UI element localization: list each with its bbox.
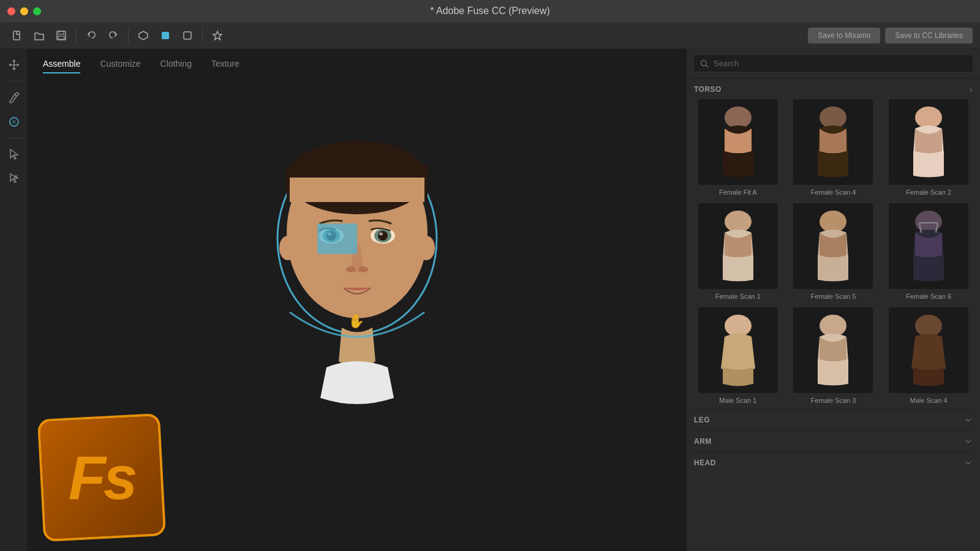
leg-chevron-icon (964, 416, 973, 424)
tab-clothing[interactable]: Clothing (160, 54, 192, 73)
svg-rect-5 (162, 32, 169, 39)
fuse-logo: Fs (40, 416, 163, 539)
tab-customize[interactable]: Customize (100, 54, 140, 73)
svg-point-29 (701, 60, 707, 66)
svg-marker-4 (139, 31, 148, 40)
item-thumb-female-scan-2 (889, 99, 968, 185)
item-female-scan-2[interactable]: Female Scan 2 (884, 99, 973, 196)
svg-marker-7 (213, 31, 222, 40)
sidebar-separator-2 (6, 138, 23, 138)
head-section-header[interactable]: HEAD (694, 452, 973, 473)
head-label: HEAD (694, 459, 716, 467)
svg-point-25 (279, 236, 296, 260)
svg-point-37 (820, 315, 846, 337)
search-input[interactable] (714, 59, 967, 68)
torso-scroll-indicator: › (970, 84, 973, 94)
sidebar-icon-add[interactable] (3, 168, 25, 190)
leg-section-header[interactable]: LEG (694, 410, 973, 430)
svg-rect-6 (184, 32, 191, 39)
svg-point-26 (418, 236, 435, 260)
item-label-female-scan-2: Female Scan 2 (906, 189, 951, 196)
minimize-button[interactable] (20, 7, 28, 15)
traffic-lights (7, 7, 41, 15)
head-section: HEAD (694, 452, 973, 473)
item-female-scan-6[interactable]: Female Scan 6 (884, 203, 973, 300)
arm-section: ARM (694, 430, 973, 452)
tab-assemble[interactable]: Assemble (43, 54, 80, 73)
solid-view-button[interactable] (156, 26, 175, 45)
item-thumb-female-fit-a (698, 99, 778, 185)
toolbar-separator-3 (202, 28, 203, 43)
favorites-button[interactable] (208, 26, 227, 45)
character-svg: ✋ (228, 104, 486, 520)
tab-texture[interactable]: Texture (211, 54, 239, 73)
item-thumb-female-scan-4 (793, 99, 873, 185)
sidebar-icon-cursor[interactable] (3, 143, 25, 165)
toolbar-separator-2 (128, 28, 129, 43)
item-thumb-male-scan-4 (889, 307, 968, 393)
svg-point-9 (12, 120, 16, 124)
search-icon (700, 59, 709, 68)
item-thumb-female-scan-5 (793, 203, 873, 289)
main-area: Assemble Customize Clothing Texture (0, 49, 980, 551)
svg-point-24 (358, 266, 368, 272)
close-button[interactable] (7, 7, 15, 15)
item-female-fit-a[interactable]: Female Fit A (694, 99, 782, 196)
svg-rect-3 (58, 36, 64, 39)
new-button[interactable] (7, 26, 27, 45)
search-input-wrap[interactable] (694, 55, 973, 72)
item-label-male-scan-4: Male Scan 4 (910, 397, 948, 404)
arm-chevron-icon (964, 437, 973, 446)
open-button[interactable] (29, 26, 49, 45)
item-label-female-scan-4: Female Scan 4 (811, 189, 856, 196)
svg-point-31 (820, 107, 846, 129)
svg-point-35 (915, 211, 942, 233)
save-button[interactable] (51, 26, 71, 45)
item-female-scan-1[interactable]: Female Scan 1 (694, 203, 782, 300)
titlebar: * Adobe Fuse CC (Preview) (0, 0, 980, 22)
torso-label: TORSO (694, 85, 722, 94)
fuse-logo-text: Fs (40, 416, 163, 539)
svg-text:✋: ✋ (348, 313, 365, 329)
search-bar (687, 49, 980, 78)
item-female-scan-3[interactable]: Female Scan 3 (790, 307, 878, 404)
mesh-button[interactable] (134, 26, 153, 45)
svg-point-30 (725, 107, 752, 129)
sidebar-icon-move[interactable] (3, 54, 25, 76)
viewport[interactable]: Assemble Customize Clothing Texture (28, 49, 686, 551)
item-thumb-female-scan-3 (793, 307, 873, 393)
undo-button[interactable] (81, 26, 101, 45)
window-title: * Adobe Fuse CC (Preview) (430, 6, 550, 17)
item-label-female-scan-1: Female Scan 1 (715, 293, 761, 300)
sidebar-icon-paint[interactable] (3, 86, 25, 108)
item-label-female-fit-a: Female Fit A (719, 189, 757, 196)
svg-point-21 (378, 231, 388, 241)
tab-bar: Assemble Customize Clothing Texture (28, 49, 686, 73)
leg-section: LEG (694, 409, 973, 430)
item-label-female-scan-3: Female Scan 3 (811, 397, 856, 404)
sidebar-icon-select[interactable] (3, 111, 25, 133)
redo-button[interactable] (104, 26, 123, 45)
maximize-button[interactable] (33, 7, 41, 15)
svg-point-23 (346, 266, 356, 272)
arm-label: ARM (694, 437, 712, 446)
item-male-scan-1[interactable]: Male Scan 1 (694, 307, 782, 404)
save-to-mixamo-button[interactable]: Save to Mixamo (808, 28, 880, 43)
item-male-scan-4[interactable]: Male Scan 4 (884, 307, 973, 404)
leg-label: LEG (694, 416, 710, 424)
save-to-cc-button[interactable]: Save to CC Libraries (885, 28, 973, 43)
item-label-female-scan-5: Female Scan 5 (811, 293, 856, 300)
toolbar: Save to Mixamo Save to CC Libraries (0, 22, 980, 49)
left-sidebar (0, 49, 28, 551)
svg-point-33 (725, 211, 752, 233)
svg-rect-27 (317, 223, 357, 254)
sidebar-separator-1 (6, 81, 23, 81)
item-thumb-female-scan-1 (698, 203, 778, 289)
svg-point-38 (915, 315, 942, 337)
wireframe-button[interactable] (178, 26, 197, 45)
torso-section-header: TORSO › (694, 78, 973, 99)
arm-section-header[interactable]: ARM (694, 431, 973, 452)
item-female-scan-4[interactable]: Female Scan 4 (790, 99, 878, 196)
right-panel: TORSO › Female Fit A (686, 49, 980, 551)
item-female-scan-5[interactable]: Female Scan 5 (790, 203, 878, 300)
